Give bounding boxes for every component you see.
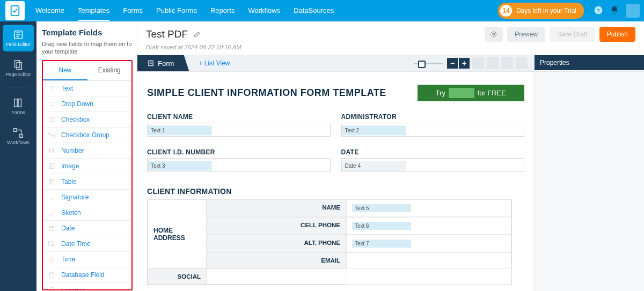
- section-client-info: CLIENT INFORMATION: [147, 187, 524, 196]
- user-avatar[interactable]: [626, 4, 640, 18]
- field-checkbox-group[interactable]: Checkbox Group: [43, 128, 131, 143]
- checkbox-group-icon: [47, 131, 56, 139]
- field-datetime[interactable]: Date Time: [43, 236, 131, 252]
- field-checkbox[interactable]: Checkbox: [43, 112, 131, 128]
- row-email-value[interactable]: [346, 252, 511, 268]
- field-location[interactable]: Location: [43, 283, 131, 290]
- rail-workflows[interactable]: Workflows: [3, 123, 34, 150]
- form-canvas[interactable]: SIMPLE CLIENT INFORMATION FORM TEMPLATE …: [137, 72, 534, 291]
- field-text-5[interactable]: Text 5: [352, 204, 411, 212]
- edit-title-icon[interactable]: [193, 29, 201, 39]
- add-list-view[interactable]: + List View: [199, 59, 230, 67]
- field-text-1[interactable]: Text 1: [148, 125, 212, 136]
- rail-forms[interactable]: Forms: [3, 93, 34, 120]
- zoom-out-button[interactable]: −: [447, 58, 458, 69]
- nav-templates[interactable]: Templates: [78, 1, 109, 21]
- toolbar-btn-4[interactable]: [516, 57, 528, 69]
- svg-point-22: [51, 289, 52, 290]
- row-alt-label: ALT. PHONE: [207, 235, 346, 252]
- form-heading: SIMPLE CLIENT INFORMATION FORM TEMPLATE: [147, 87, 386, 99]
- tab-new[interactable]: New: [43, 61, 87, 80]
- try-free-button[interactable]: Try for FREE: [418, 85, 524, 101]
- field-text-6[interactable]: Text 6: [352, 222, 411, 230]
- top-icons: ?: [594, 5, 619, 17]
- trial-text: Days left in your Trial: [516, 7, 576, 14]
- field-database[interactable]: Database Field: [43, 267, 131, 283]
- field-time[interactable]: Time: [43, 252, 131, 267]
- app-logo[interactable]: [5, 1, 25, 20]
- rail-label: Forms: [11, 110, 25, 115]
- image-icon: [47, 162, 56, 170]
- svg-rect-0: [11, 6, 19, 16]
- row-social-value[interactable]: [207, 268, 346, 285]
- svg-rect-9: [20, 135, 23, 138]
- svg-rect-16: [49, 179, 54, 184]
- datetime-icon: [47, 240, 56, 248]
- toolbar-btn-1[interactable]: [472, 57, 484, 69]
- tab-form[interactable]: Form: [137, 55, 189, 71]
- zoom-in-button[interactable]: +: [459, 58, 470, 69]
- toolbar-btn-2[interactable]: [487, 57, 499, 69]
- field-text-2[interactable]: Text 2: [342, 125, 406, 136]
- svg-rect-7: [18, 99, 21, 107]
- client-info-table: NAME Text 5 HOME ADDRESS CELL PHONE Text…: [147, 199, 512, 285]
- nav-workflows[interactable]: Workflows: [248, 1, 280, 21]
- publish-button[interactable]: Publish: [599, 27, 635, 42]
- nav-datasources[interactable]: DataSources: [294, 1, 334, 21]
- field-sketch[interactable]: Sketch: [43, 205, 131, 221]
- svg-rect-17: [49, 226, 54, 231]
- sketch-icon: [47, 208, 56, 217]
- client-name-box[interactable]: Text 1: [147, 123, 331, 137]
- row-cell-value[interactable]: Text 6: [346, 217, 511, 235]
- field-text[interactable]: Text: [43, 81, 131, 96]
- nav-reports[interactable]: Reports: [210, 1, 235, 21]
- toolbar-btn-3[interactable]: [501, 57, 513, 69]
- svg-point-23: [493, 33, 495, 35]
- svg-rect-13: [52, 135, 55, 138]
- home-address-cell[interactable]: HOME ADDRESS: [148, 199, 207, 268]
- top-bar: Welcome Templates Forms Public Forms Rep…: [0, 0, 644, 21]
- trial-days: 14: [500, 5, 512, 17]
- settings-button[interactable]: [485, 27, 503, 42]
- row-name-label: NAME: [207, 199, 346, 217]
- checkbox-icon: [47, 115, 56, 124]
- bell-icon[interactable]: [610, 5, 619, 17]
- rail-label: Page Editor: [5, 72, 31, 77]
- label-client-name: CLIENT NAME: [147, 113, 331, 121]
- svg-point-21: [49, 272, 54, 274]
- field-text-3[interactable]: Text 3: [148, 161, 212, 171]
- administrator-box[interactable]: Text 2: [341, 123, 525, 137]
- field-date-4[interactable]: Date 4: [342, 161, 406, 171]
- nav-public-forms[interactable]: Public Forms: [156, 1, 197, 21]
- zoom-slider[interactable]: [414, 63, 443, 64]
- rail-page-editor[interactable]: Page Editor: [3, 55, 34, 81]
- field-dropdown[interactable]: Drop Down: [43, 96, 131, 112]
- svg-rect-8: [14, 129, 17, 132]
- preview-button[interactable]: Preview: [507, 27, 545, 42]
- field-text-7[interactable]: Text 7: [352, 240, 411, 248]
- field-number[interactable]: Number: [43, 143, 131, 159]
- signature-icon: [47, 193, 56, 202]
- svg-rect-5: [17, 62, 21, 69]
- date-box[interactable]: Date 4: [341, 158, 525, 172]
- row-alt-value[interactable]: Text 7: [346, 235, 511, 252]
- field-signature[interactable]: Signature: [43, 190, 131, 205]
- save-draft-button[interactable]: Save Draft: [550, 27, 595, 42]
- main-nav: Welcome Templates Forms Public Forms Rep…: [35, 1, 334, 21]
- field-date[interactable]: Date: [43, 221, 131, 236]
- svg-rect-10: [49, 102, 54, 106]
- tab-existing[interactable]: Existing: [87, 61, 132, 80]
- nav-forms[interactable]: Forms: [123, 1, 143, 21]
- client-id-box[interactable]: Text 3: [147, 158, 331, 172]
- label-administrator: ADMINISTRATOR: [341, 113, 525, 121]
- rail-label: Field Editor: [6, 42, 31, 47]
- row-social-label: SOCIAL: [148, 268, 207, 285]
- row-name-value[interactable]: Text 5: [346, 199, 511, 217]
- field-image[interactable]: Image: [43, 159, 131, 174]
- trial-badge[interactable]: 14 Days left in your Trial: [498, 3, 584, 19]
- rail-field-editor[interactable]: Field Editor: [3, 25, 34, 51]
- field-table[interactable]: Table: [43, 174, 131, 190]
- time-icon: [47, 255, 56, 264]
- nav-welcome[interactable]: Welcome: [35, 1, 64, 21]
- help-icon[interactable]: ?: [594, 5, 603, 17]
